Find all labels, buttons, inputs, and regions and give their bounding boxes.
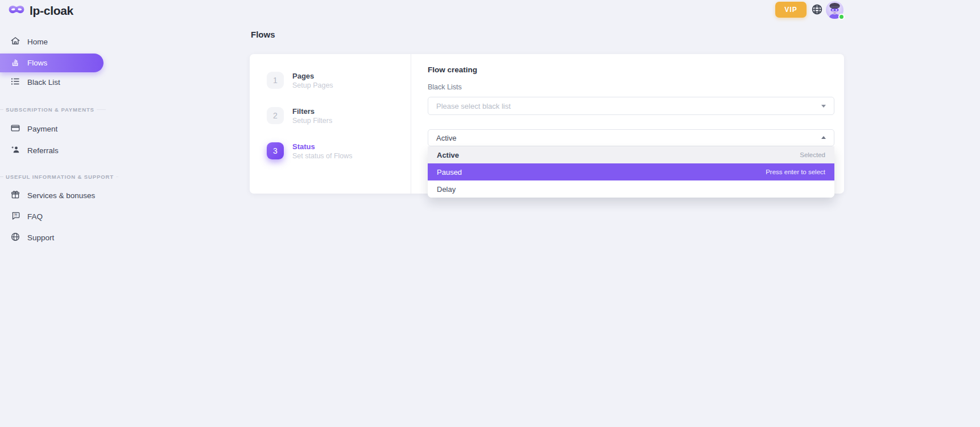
brand-logo[interactable]: lp-cloak: [8, 3, 73, 18]
black-lists-label: Black Lists: [428, 83, 462, 91]
step-subtitle: Set status of Flows: [292, 152, 353, 160]
globe-icon: [811, 3, 823, 17]
step-title: Filters: [292, 107, 315, 116]
user-avatar[interactable]: [826, 1, 843, 19]
mask-icon: [8, 3, 25, 18]
option-paused[interactable]: Paused Press enter to select: [428, 163, 834, 180]
sidebar-item-payment[interactable]: Payment: [0, 120, 114, 138]
sidebar-item-label: Referrals: [27, 146, 59, 155]
sidebar: lp-cloak Home Flows Black List SUBSCRIPT…: [0, 0, 137, 427]
flows-icon: [10, 57, 20, 69]
sidebar-item-black-list[interactable]: Black List: [0, 73, 114, 91]
step-subtitle: Setup Filters: [292, 117, 332, 125]
step-title: Status: [292, 142, 315, 151]
option-active[interactable]: Active Selected: [428, 146, 834, 163]
form-heading: Flow creating: [428, 65, 477, 74]
sidebar-section-subscription: SUBSCRIPTION & PAYMENTS: [0, 105, 114, 113]
flow-status-select[interactable]: Active: [428, 129, 834, 146]
black-lists-select[interactable]: Please select black list: [428, 97, 834, 115]
globe-support-icon: [10, 232, 20, 244]
online-status-dot: [838, 14, 845, 20]
step-number: 2: [267, 107, 284, 124]
card-divider: [411, 54, 411, 194]
faq-bubble-icon: ?!: [10, 211, 20, 223]
referral-user-icon: [10, 145, 20, 157]
step-number: 1: [267, 72, 284, 89]
sidebar-item-label: Black List: [27, 78, 60, 87]
wizard-step-status[interactable]: 3 Status Set status of Flows: [267, 142, 403, 162]
black-lists-placeholder: Please select black list: [436, 102, 511, 110]
sidebar-item-support[interactable]: Support: [0, 228, 114, 247]
gift-icon: [10, 190, 20, 202]
step-subtitle: Setup Pages: [292, 81, 333, 89]
flow-creating-card: 1 Pages Setup Pages 2 Filters Setup Filt…: [250, 54, 844, 194]
wizard-step-pages[interactable]: 1 Pages Setup Pages: [267, 72, 403, 91]
sidebar-item-faq[interactable]: ?! FAQ: [0, 207, 114, 225]
step-title: Pages: [292, 72, 314, 80]
sidebar-item-label: Home: [27, 38, 48, 46]
option-hint: Selected: [800, 151, 825, 158]
option-delay[interactable]: Delay: [428, 180, 834, 198]
flow-creating-form: Flow creating Black Lists Please select …: [428, 54, 834, 194]
sidebar-item-label: Payment: [27, 125, 57, 133]
home-icon: [10, 36, 20, 48]
sidebar-section-support: USEFUL INFORMATION & SUPPORT: [0, 173, 114, 180]
chevron-up-icon: [821, 136, 826, 139]
flow-status-value: Active: [436, 134, 456, 142]
sidebar-item-label: FAQ: [27, 212, 43, 221]
step-number: 3: [267, 142, 284, 159]
option-label: Paused: [437, 168, 462, 176]
wizard-step-filters[interactable]: 2 Filters Setup Filters: [267, 107, 403, 126]
page-title: Flows: [251, 30, 275, 39]
credit-card-icon: [10, 123, 20, 135]
option-label: Delay: [437, 185, 456, 194]
list-icon: [10, 76, 20, 88]
sidebar-item-flows[interactable]: Flows: [0, 54, 104, 72]
option-label: Active: [437, 151, 459, 159]
sidebar-item-services[interactable]: Services & bonuses: [0, 186, 114, 204]
sidebar-item-home[interactable]: Home: [0, 32, 114, 51]
option-hint: Press enter to select: [766, 169, 825, 175]
sidebar-item-label: Support: [27, 233, 54, 242]
sidebar-item-label: Services & bonuses: [27, 191, 95, 200]
language-globe-button[interactable]: [810, 3, 824, 17]
chevron-down-icon: [821, 105, 826, 108]
brand-name: lp-cloak: [30, 4, 73, 18]
sidebar-item-referrals[interactable]: Referrals: [0, 141, 114, 159]
vip-button[interactable]: VIP: [775, 2, 807, 18]
flow-status-dropdown: Active Selected Paused Press enter to se…: [428, 146, 834, 198]
svg-text:?!: ?!: [14, 213, 17, 217]
sidebar-item-label: Flows: [27, 59, 47, 67]
